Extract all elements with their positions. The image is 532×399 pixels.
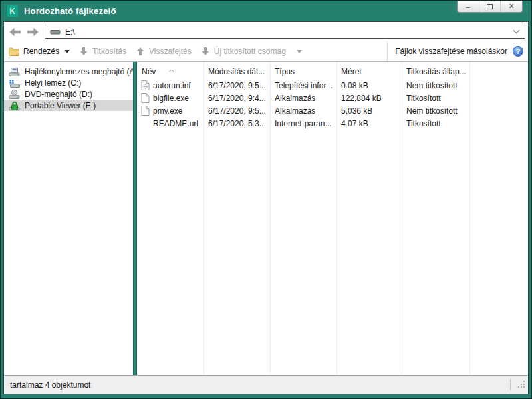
column-header-encryption-status[interactable]: Titkosítás állap...	[402, 67, 469, 76]
client-area: E:\ Rendezés	[3, 21, 529, 394]
decrypt-button[interactable]: Visszafejtés	[136, 47, 192, 56]
file-modified: 6/17/2020, 9:4...	[203, 94, 270, 103]
window-controls: – ✕	[457, 1, 523, 13]
address-path: E:\	[65, 27, 508, 37]
resize-grip[interactable]	[517, 380, 526, 392]
column-header-size[interactable]: Méret	[336, 67, 402, 76]
column-header-modified[interactable]: Módosítás dát...	[203, 67, 270, 76]
column-separator[interactable]	[336, 62, 337, 375]
file-modified: 6/17/2020, 9:5...	[203, 106, 270, 116]
column-separator[interactable]	[402, 62, 402, 375]
screen: K Hordozható fájlkezelő – ✕	[0, 0, 532, 399]
arrow-down-icon	[201, 47, 210, 56]
main-area: Hajlékonylemezes meghajtó (A:)	[4, 62, 528, 375]
forward-arrow-icon	[26, 27, 39, 37]
file-encryption-status: Nem titkosított	[402, 106, 469, 116]
sidebar-item-floppy-a[interactable]: Hajlékonylemezes meghajtó (A:)	[4, 66, 133, 77]
minimize-button[interactable]: –	[458, 1, 479, 12]
setup-info-file-icon	[141, 80, 150, 90]
decrypt-label: Visszafejtés	[149, 47, 192, 56]
file-name: README.url	[153, 119, 198, 128]
new-encrypted-package-label: Új titkosított csomag	[214, 47, 286, 56]
file-name: autorun.inf	[153, 81, 191, 90]
close-button[interactable]: ✕	[500, 1, 522, 12]
close-icon: ✕	[509, 2, 515, 11]
sidebar-item-label: Helyi lemez (C:)	[25, 78, 81, 88]
back-arrow-icon	[9, 27, 22, 37]
arrange-label: Rendezés	[23, 47, 59, 56]
arrange-button[interactable]: Rendezés	[9, 47, 70, 56]
folder-icon	[9, 47, 19, 56]
file-encryption-status: Titkosított	[402, 119, 469, 128]
window-title: Hordozható fájlkezelő	[24, 6, 116, 16]
file-encryption-status: Nem titkosított	[402, 81, 469, 90]
file-size: 4.07 kB	[336, 119, 402, 128]
sidebar-item-dvd-d[interactable]: DVD-meghajtó (D:)	[4, 88, 133, 100]
status-separator	[510, 379, 511, 390]
sidebar-item-portable-viewer-e[interactable]: Portable Viewer (E:)	[4, 100, 133, 111]
new-encrypted-package-button[interactable]: Új titkosított csomag	[201, 47, 302, 56]
floppy-drive-icon	[9, 66, 21, 77]
address-combobox[interactable]: E:\	[45, 25, 525, 39]
encrypt-label: Titkosítás	[92, 47, 126, 56]
maximize-icon	[487, 4, 493, 9]
status-text: tartalmaz 4 objektumot	[10, 380, 90, 390]
file-icon	[141, 106, 150, 116]
column-header-type[interactable]: Típus	[270, 67, 336, 76]
encrypt-button[interactable]: Titkosítás	[79, 47, 126, 56]
kaspersky-logo-glyph: K	[9, 7, 15, 16]
forward-button[interactable]	[24, 25, 41, 39]
drive-sidebar: Hajlékonylemezes meghajtó (A:)	[4, 62, 133, 375]
file-type: Alkalmazás	[270, 94, 336, 103]
arrow-up-icon	[136, 47, 145, 56]
decrypt-on-copy-setting: Fájlok visszafejtése másoláskor ?	[387, 41, 523, 61]
dvd-drive-icon	[9, 89, 21, 100]
minimize-icon: –	[466, 3, 470, 11]
file-size: 122,884 kB	[336, 94, 402, 103]
help-question-icon[interactable]: ?	[513, 46, 523, 57]
sidebar-item-label: DVD-meghajtó (D:)	[25, 90, 92, 99]
file-name: pmv.exe	[153, 106, 182, 116]
local-disk-icon	[9, 78, 21, 88]
sidebar-item-label: Hajlékonylemezes meghajtó (A:)	[25, 67, 133, 76]
sidebar-item-local-disk-c[interactable]: Helyi lemez (C:)	[4, 77, 133, 88]
status-bar: tartalmaz 4 objektumot	[4, 375, 528, 394]
back-button[interactable]	[7, 25, 24, 39]
arrow-down-icon	[79, 47, 88, 56]
file-size: 0.08 kB	[336, 81, 402, 90]
file-name: bigfile.exe	[153, 94, 189, 103]
file-type: Telepítési infor...	[270, 81, 336, 90]
sidebar-item-label: Portable Viewer (E:)	[25, 101, 96, 110]
file-list-pane: Név Módosítás dát... Típus Méret Titkosí…	[137, 62, 528, 375]
new-package-dropdown-icon	[297, 50, 302, 53]
file-modified: 6/17/2020, 9:5...	[203, 81, 270, 90]
chevron-down-icon[interactable]	[513, 29, 520, 34]
arrange-dropdown-icon	[65, 50, 70, 53]
sort-ascending-icon	[168, 63, 175, 75]
column-separator[interactable]	[469, 62, 470, 375]
file-encryption-status: Titkosított	[402, 94, 469, 103]
no-icon	[141, 118, 150, 128]
titlebar[interactable]: K Hordozható fájlkezelő	[1, 1, 531, 21]
maximize-button[interactable]	[479, 1, 501, 12]
kaspersky-logo-icon: K	[7, 5, 18, 17]
encrypted-drive-icon	[9, 100, 21, 111]
drive-icon	[50, 28, 61, 36]
file-modified: 6/17/2020, 5:3...	[203, 119, 270, 128]
decrypt-on-copy-label: Fájlok visszafejtése másoláskor	[395, 47, 507, 56]
column-separator[interactable]	[270, 62, 271, 375]
file-type: Internet-paran...	[270, 119, 336, 128]
file-icon	[141, 93, 150, 103]
file-list-header: Név Módosítás dát... Típus Méret Titkosí…	[137, 62, 528, 79]
app-window: K Hordozható fájlkezelő – ✕	[1, 1, 531, 398]
column-separator[interactable]	[203, 62, 204, 375]
toolbar: Rendezés Titkosítás Visszafejtés	[4, 41, 528, 62]
address-bar: E:\	[4, 22, 528, 41]
help-glyph: ?	[516, 48, 520, 55]
file-size: 5,036 kB	[336, 106, 402, 116]
file-type: Alkalmazás	[270, 106, 336, 116]
